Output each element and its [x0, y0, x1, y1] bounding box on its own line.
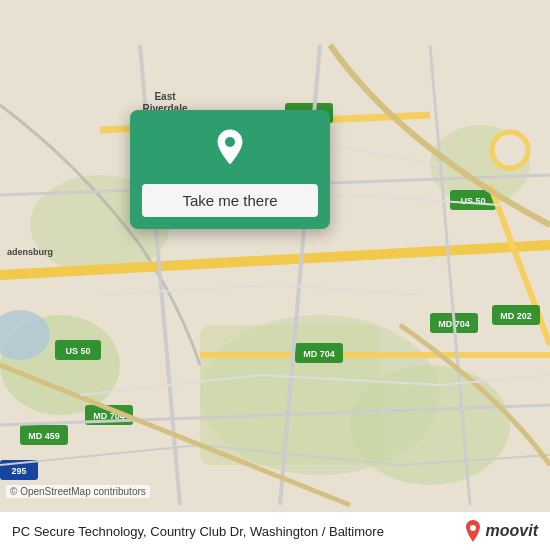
svg-text:US 50: US 50 — [65, 346, 90, 356]
popup-pin-icon — [208, 126, 252, 184]
map-roads: US 50 US 50 MD 410 MD 704 MD 704 MD 704 … — [0, 0, 550, 550]
svg-text:MD 704: MD 704 — [303, 349, 335, 359]
moovit-logo: moovit — [464, 520, 538, 542]
moovit-wordmark: moovit — [486, 522, 538, 540]
location-text: PC Secure Technology, Country Club Dr, W… — [12, 524, 464, 539]
popup-card: Take me there — [130, 110, 330, 229]
svg-text:adensburg: adensburg — [7, 247, 53, 257]
svg-point-32 — [470, 525, 476, 531]
svg-point-31 — [225, 137, 235, 147]
moovit-pin-icon — [464, 520, 482, 542]
svg-text:MD 202: MD 202 — [500, 311, 532, 321]
info-bar: PC Secure Technology, Country Club Dr, W… — [0, 511, 550, 550]
svg-text:MD 459: MD 459 — [28, 431, 60, 441]
svg-text:East: East — [154, 91, 176, 102]
osm-credit: © OpenStreetMap contributors — [6, 485, 150, 498]
map-container: US 50 US 50 MD 410 MD 704 MD 704 MD 704 … — [0, 0, 550, 550]
take-me-there-button[interactable]: Take me there — [142, 184, 318, 217]
svg-point-26 — [492, 132, 528, 168]
svg-point-4 — [200, 315, 440, 475]
svg-text:295: 295 — [11, 466, 26, 476]
